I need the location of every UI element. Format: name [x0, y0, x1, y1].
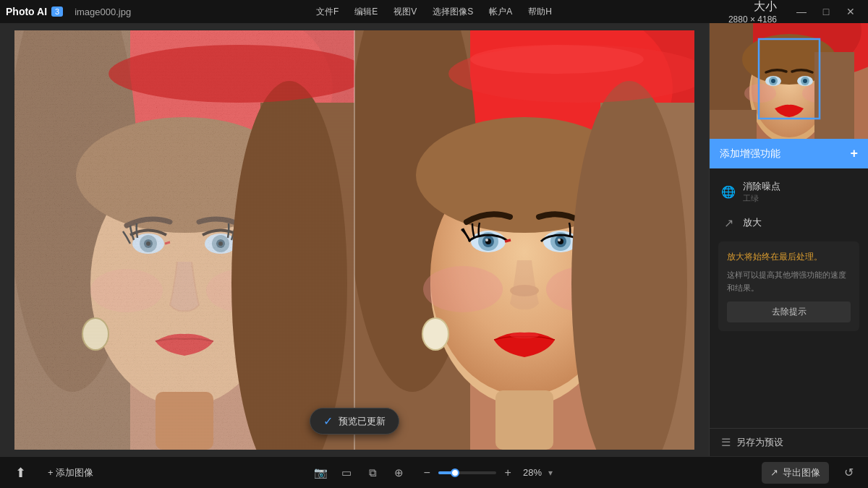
panel-items: 🌐 消除噪点 工绿 ↗ 放大 放大将始终在最后处理。 这样可以提高其他增强功能的…: [710, 168, 868, 428]
denoise-text: 消除噪点 工绿: [743, 180, 856, 204]
plus-icon: +: [850, 146, 858, 161]
upscale-icon: ↗: [721, 215, 736, 230]
after-panel: [354, 30, 694, 450]
menu-help[interactable]: 帮助H: [521, 3, 559, 21]
upscale-name: 放大: [743, 216, 856, 229]
zoom-plus-button[interactable]: +: [499, 464, 516, 481]
menu-edit[interactable]: 编辑E: [347, 3, 385, 21]
svg-rect-73: [710, 110, 757, 139]
compare-icon: ⊕: [394, 466, 404, 479]
save-preset-button[interactable]: ☰ 另存为预设: [710, 428, 868, 456]
before-panel: [14, 30, 354, 450]
split-view-button[interactable]: ⧉: [362, 463, 383, 483]
close-button[interactable]: ✕: [839, 3, 862, 20]
denoise-status: 工绿: [743, 193, 856, 204]
export-button[interactable]: ↗ 导出图像: [762, 462, 829, 484]
zoom-value: 28%: [519, 467, 545, 478]
zoom-controls: − + 28% ▾: [418, 464, 553, 481]
app-version: 3: [51, 7, 63, 17]
menu-bar: 文件F 编辑E 视图V 选择图像S 帐户A 帮助H: [309, 3, 559, 21]
dismiss-button[interactable]: 去除提示: [727, 301, 851, 322]
add-enhance-label: 添加增强功能: [720, 147, 780, 160]
app-title: Photo AI 3: [6, 6, 63, 17]
app-name-text: Photo AI: [6, 6, 47, 17]
info-box: 放大将始终在最后处理。 这样可以提高其他增强功能的速度和结果。 去除提示: [718, 241, 859, 331]
svg-point-56: [470, 45, 644, 74]
share-icon: ↺: [844, 466, 854, 479]
svg-point-45: [558, 239, 561, 241]
single-view-icon: ▭: [341, 466, 352, 479]
split-view-icon: ⧉: [369, 466, 377, 479]
menu-view[interactable]: 视图V: [386, 3, 424, 21]
denoise-item[interactable]: 🌐 消除噪点 工绿: [710, 174, 868, 210]
svg-point-49: [510, 333, 539, 338]
bottom-toolbar: ⬆ + 添加图像 📷 ▭ ⧉ ⊕ −: [0, 456, 868, 488]
upscale-item[interactable]: ↗ 放大: [710, 210, 868, 236]
share-button[interactable]: ↺: [838, 462, 859, 484]
single-view-button[interactable]: ▭: [336, 463, 357, 483]
svg-point-70: [744, 84, 776, 103]
add-image-button[interactable]: + 添加图像: [41, 463, 101, 483]
add-enhance-button[interactable]: 添加增强功能 +: [710, 139, 868, 168]
view-controls: 📷 ▭ ⧉ ⊕: [310, 463, 409, 483]
upscale-text: 放大: [743, 216, 856, 229]
zoom-plus-icon: +: [504, 466, 511, 479]
thumbnail-area: [710, 23, 868, 139]
add-image-label: + 添加图像: [48, 466, 93, 479]
svg-point-47: [423, 266, 503, 312]
bottom-left: ⬆ + 添加图像: [9, 461, 101, 484]
svg-rect-50: [495, 390, 553, 450]
bottom-center: 📷 ▭ ⧉ ⊕ − + 28% ▾: [310, 463, 553, 483]
info-body: 这样可以提高其他增强功能的速度和结果。: [727, 269, 851, 294]
titlebar-controls: 大小 2880 × 4186 — □ ✕: [728, 0, 862, 25]
globe-icon: 🌐: [721, 185, 736, 200]
minimize-button[interactable]: —: [790, 3, 813, 20]
zoom-slider[interactable]: [438, 471, 496, 474]
svg-point-40: [485, 239, 488, 241]
main-layout: ✓ 预览已更新: [0, 23, 868, 456]
svg-rect-20: [156, 392, 213, 450]
preset-icon: ☰: [721, 436, 731, 449]
right-panel: 添加增强功能 + 🌐 消除噪点 工绿 ↗ 放大 放大将始终在最后处理。: [709, 23, 868, 456]
export-label: 导出图像: [783, 466, 820, 479]
camera-icon: 📷: [314, 466, 328, 479]
svg-point-69: [803, 79, 807, 83]
zoom-minus-icon: −: [423, 466, 430, 479]
svg-point-66: [771, 79, 775, 83]
toast-notification: ✓ 预览已更新: [310, 408, 399, 435]
zoom-dropdown[interactable]: ▾: [548, 468, 553, 478]
zoom-minus-button[interactable]: −: [418, 464, 435, 481]
image-comparison: [14, 30, 694, 450]
menu-account[interactable]: 帐户A: [482, 3, 519, 21]
info-title: 放大将始终在最后处理。: [727, 250, 851, 263]
maximize-button[interactable]: □: [814, 3, 838, 20]
toast-message: 预览已更新: [339, 415, 386, 428]
svg-point-51: [422, 318, 448, 350]
upload-button[interactable]: ⬆: [9, 461, 32, 484]
canvas-area[interactable]: ✓ 预览已更新: [0, 23, 709, 456]
menu-file[interactable]: 文件F: [309, 3, 346, 21]
upload-icon: ⬆: [15, 465, 26, 481]
denoise-name: 消除噪点: [743, 180, 856, 193]
menu-select-image[interactable]: 选择图像S: [425, 3, 480, 21]
export-icon: ↗: [770, 467, 778, 478]
check-icon: ✓: [323, 414, 333, 428]
camera-view-button[interactable]: 📷: [310, 463, 331, 483]
titlebar: Photo AI 3 image000.jpg 文件F 编辑E 视图V 选择图像…: [0, 0, 868, 23]
file-name: image000.jpg: [75, 7, 131, 17]
bottom-right: ↗ 导出图像 ↺: [762, 462, 859, 484]
size-info: 大小 2880 × 4186: [728, 0, 777, 25]
svg-point-21: [82, 318, 109, 350]
compare-view-button[interactable]: ⊕: [388, 463, 409, 483]
comparison-divider: [354, 30, 355, 450]
save-preset-label: 另存为预设: [736, 436, 783, 449]
titlebar-left: Photo AI 3 image000.jpg: [6, 6, 131, 17]
size-label: 大小: [728, 0, 777, 14]
